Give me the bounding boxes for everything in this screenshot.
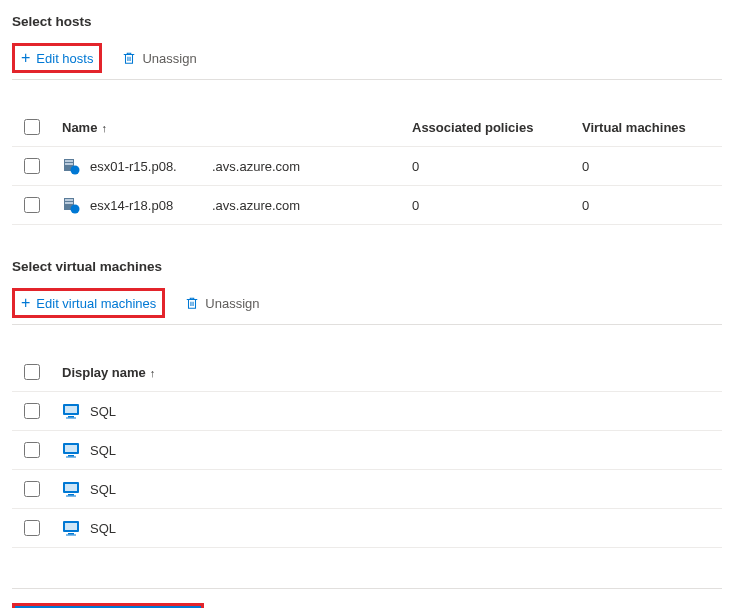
- hosts-col-name[interactable]: Name↑: [62, 120, 212, 135]
- edit-hosts-label: Edit hosts: [36, 51, 93, 66]
- vm-name: SQL: [90, 443, 116, 458]
- host-name: esx14-r18.p08: [90, 198, 173, 213]
- unassign-vms-label: Unassign: [205, 296, 259, 311]
- table-row: esx14-r18.p08 .avs.azure.com 0 0: [12, 186, 722, 225]
- plus-icon: +: [21, 295, 30, 311]
- monitor-icon: [62, 480, 80, 498]
- hosts-table: Name↑ Associated policies Virtual machin…: [12, 108, 722, 225]
- table-row: SQL: [12, 509, 722, 548]
- host-name: esx01-r15.p08.: [90, 159, 177, 174]
- svg-rect-22: [68, 533, 74, 535]
- vm-name: SQL: [90, 482, 116, 497]
- monitor-icon: [62, 402, 80, 420]
- svg-rect-2: [65, 163, 73, 165]
- host-policies: 0: [412, 159, 582, 174]
- sort-up-icon: ↑: [101, 122, 107, 134]
- server-icon: [62, 196, 80, 214]
- vms-toolbar: + Edit virtual machines Unassign: [12, 288, 722, 325]
- host-domain: .avs.azure.com: [212, 159, 412, 174]
- plus-icon: +: [21, 50, 30, 66]
- next-review-create-button[interactable]: Next: Review and Create: [12, 603, 204, 608]
- vms-col-display-name[interactable]: Display name↑: [62, 365, 722, 380]
- vms-select-all-checkbox[interactable]: [24, 364, 40, 380]
- host-row-checkbox[interactable]: [24, 158, 40, 174]
- svg-rect-1: [65, 160, 73, 162]
- svg-rect-15: [66, 457, 76, 458]
- edit-vms-button[interactable]: + Edit virtual machines: [12, 288, 165, 318]
- unassign-hosts-label: Unassign: [142, 51, 196, 66]
- svg-rect-10: [68, 416, 74, 418]
- host-vms: 0: [582, 159, 722, 174]
- select-hosts-title: Select hosts: [12, 14, 722, 29]
- svg-rect-18: [68, 494, 74, 496]
- vms-col-display-name-label: Display name: [62, 365, 146, 380]
- table-row: esx01-r15.p08. .avs.azure.com 0 0: [12, 147, 722, 186]
- hosts-col-vms[interactable]: Virtual machines: [582, 120, 722, 135]
- svg-point-3: [71, 166, 80, 175]
- trash-icon: [185, 296, 199, 310]
- hosts-table-header: Name↑ Associated policies Virtual machin…: [12, 108, 722, 147]
- trash-icon: [122, 51, 136, 65]
- table-row: SQL: [12, 470, 722, 509]
- vm-row-checkbox[interactable]: [24, 520, 40, 536]
- svg-rect-21: [65, 523, 77, 530]
- svg-point-7: [71, 205, 80, 214]
- unassign-vms-button[interactable]: Unassign: [179, 292, 265, 315]
- vm-row-checkbox[interactable]: [24, 481, 40, 497]
- host-policies: 0: [412, 198, 582, 213]
- svg-rect-6: [65, 202, 73, 204]
- unassign-hosts-button[interactable]: Unassign: [116, 47, 202, 70]
- vm-row-checkbox[interactable]: [24, 442, 40, 458]
- svg-rect-14: [68, 455, 74, 457]
- monitor-icon: [62, 441, 80, 459]
- sort-up-icon: ↑: [150, 367, 156, 379]
- vm-name: SQL: [90, 404, 116, 419]
- vm-name: SQL: [90, 521, 116, 536]
- host-domain: .avs.azure.com: [212, 198, 412, 213]
- svg-rect-23: [66, 535, 76, 536]
- vm-row-checkbox[interactable]: [24, 403, 40, 419]
- vms-table: Display name↑ SQL SQL SQL: [12, 353, 722, 548]
- edit-vms-label: Edit virtual machines: [36, 296, 156, 311]
- edit-hosts-button[interactable]: + Edit hosts: [12, 43, 102, 73]
- host-row-checkbox[interactable]: [24, 197, 40, 213]
- svg-rect-19: [66, 496, 76, 497]
- server-icon: [62, 157, 80, 175]
- svg-rect-5: [65, 199, 73, 201]
- hosts-col-name-label: Name: [62, 120, 97, 135]
- vms-table-header: Display name↑: [12, 353, 722, 392]
- svg-rect-9: [65, 406, 77, 413]
- hosts-select-all-checkbox[interactable]: [24, 119, 40, 135]
- svg-rect-13: [65, 445, 77, 452]
- svg-rect-17: [65, 484, 77, 491]
- table-row: SQL: [12, 431, 722, 470]
- monitor-icon: [62, 519, 80, 537]
- hosts-toolbar: + Edit hosts Unassign: [12, 43, 722, 80]
- svg-rect-11: [66, 418, 76, 419]
- host-vms: 0: [582, 198, 722, 213]
- table-row: SQL: [12, 392, 722, 431]
- footer: Next: Review and Create: [12, 588, 722, 608]
- select-vms-title: Select virtual machines: [12, 259, 722, 274]
- hosts-col-policies[interactable]: Associated policies: [412, 120, 582, 135]
